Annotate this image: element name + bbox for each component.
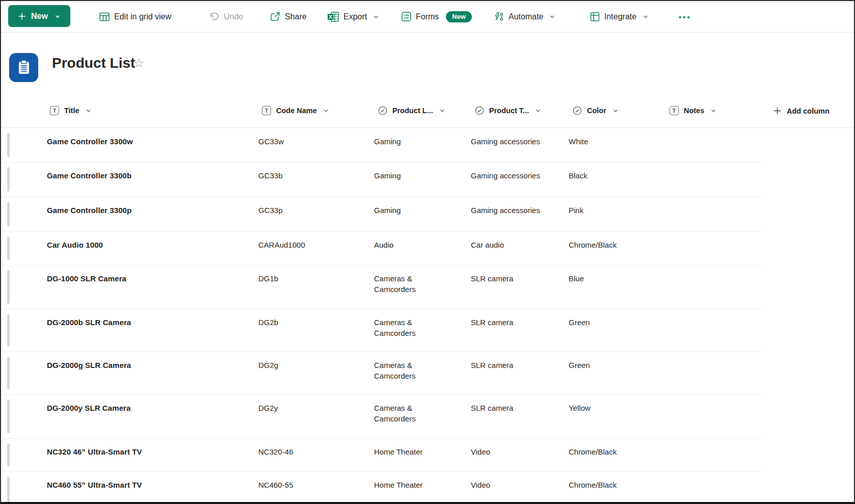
table-row[interactable]: DG-2000y SLR CameraDG2yCameras & Camcord… bbox=[1, 395, 761, 439]
row-selection-handle[interactable] bbox=[7, 133, 10, 157]
row-selection-handle[interactable] bbox=[7, 270, 10, 304]
cell-color[interactable]: White bbox=[569, 136, 665, 147]
list-icon bbox=[9, 53, 38, 82]
cell-title[interactable]: Game Controller 3300w bbox=[47, 136, 246, 147]
cell-code-name[interactable]: DG2g bbox=[258, 360, 350, 370]
cell-product-type[interactable]: SLR camera bbox=[471, 403, 565, 413]
cell-code-name[interactable]: GC33b bbox=[258, 170, 350, 181]
integrate-button[interactable]: Integrate bbox=[590, 12, 649, 21]
cell-product-line[interactable]: Home Theater bbox=[374, 446, 453, 457]
favorite-star-icon[interactable]: ☆ bbox=[133, 57, 145, 69]
cell-color[interactable]: Blue bbox=[569, 273, 665, 284]
add-column-button[interactable]: Add column bbox=[773, 94, 830, 128]
row-selection-handle[interactable] bbox=[7, 476, 10, 504]
cell-product-line[interactable]: Cameras & Camcorders bbox=[374, 360, 453, 381]
column-header-title[interactable]: TTitle bbox=[50, 106, 92, 115]
cell-code-name[interactable]: NC460-55 bbox=[258, 480, 350, 490]
cell-title[interactable]: Game Controller 3300p bbox=[47, 205, 246, 216]
table-row[interactable]: NC320 46” Ultra-Smart TVNC320-46Home The… bbox=[1, 439, 761, 472]
cell-code-name[interactable]: NC320-46 bbox=[258, 446, 350, 457]
cell-color[interactable]: Chrome/Black bbox=[569, 446, 665, 457]
cell-color[interactable]: Chrome/Black bbox=[569, 240, 665, 250]
plus-icon bbox=[18, 12, 26, 20]
cell-code-name[interactable]: CARAud1000 bbox=[258, 240, 350, 250]
forms-label: Forms bbox=[416, 12, 439, 21]
table-row[interactable]: Game Controller 3300pGC33pGamingGaming a… bbox=[1, 197, 761, 232]
table-row[interactable]: NC460 55” Ultra-Smart TVNC460-55Home The… bbox=[1, 472, 761, 504]
cell-product-line[interactable]: Home Theater bbox=[374, 480, 453, 490]
cell-product-type[interactable]: Gaming accessories bbox=[471, 205, 565, 216]
edit-in-grid-view-label: Edit in grid view bbox=[114, 12, 171, 21]
text-column-icon: T bbox=[670, 106, 679, 115]
cell-product-line[interactable]: Audio bbox=[374, 240, 453, 250]
new-button[interactable]: New bbox=[8, 5, 70, 27]
cell-title[interactable]: Car Audio 1000 bbox=[47, 240, 246, 250]
row-selection-handle[interactable] bbox=[7, 400, 10, 433]
column-header-product-type[interactable]: Product T... bbox=[475, 106, 541, 115]
undo-icon bbox=[209, 12, 219, 21]
cell-product-type[interactable]: SLR camera bbox=[471, 360, 565, 370]
export-button[interactable]: Export bbox=[328, 12, 379, 22]
chevron-down-icon bbox=[612, 108, 619, 114]
cell-title[interactable]: DG-2000y SLR Camera bbox=[47, 403, 246, 413]
more-commands-button[interactable]: ••• bbox=[679, 12, 691, 21]
cell-color[interactable]: Chrome/Black bbox=[569, 480, 665, 490]
cell-product-type[interactable]: SLR camera bbox=[471, 273, 565, 284]
table-row[interactable]: DG-2000b SLR CameraDG2bCameras & Camcord… bbox=[1, 309, 761, 352]
cell-code-name[interactable]: GC33p bbox=[258, 205, 350, 216]
export-label: Export bbox=[343, 12, 367, 21]
column-header-notes[interactable]: TNotes bbox=[670, 106, 716, 115]
cell-title[interactable]: DG-2000g SLR Camera bbox=[47, 360, 246, 370]
undo-button[interactable]: Undo bbox=[209, 12, 243, 21]
cell-color[interactable]: Green bbox=[569, 317, 665, 328]
cell-product-line[interactable]: Gaming bbox=[374, 136, 453, 147]
cell-code-name[interactable]: DG2y bbox=[258, 403, 350, 413]
table-row[interactable]: Car Audio 1000CARAud1000AudioCar audioCh… bbox=[1, 232, 761, 266]
forms-new-badge: New bbox=[446, 11, 472, 22]
table-row[interactable]: Game Controller 3300bGC33bGamingGaming a… bbox=[1, 163, 761, 197]
cell-product-type[interactable]: SLR camera bbox=[471, 317, 565, 328]
command-bar: New Edit in grid view Undo Share bbox=[1, 1, 854, 33]
cell-product-type[interactable]: Video bbox=[471, 480, 565, 490]
cell-title[interactable]: NC460 55” Ultra-Smart TV bbox=[47, 480, 246, 490]
row-selection-handle[interactable] bbox=[7, 167, 10, 192]
column-header-color[interactable]: Color bbox=[573, 106, 619, 115]
cell-color[interactable]: Green bbox=[569, 360, 665, 370]
table-row[interactable]: DG-2000g SLR CameraDG2gCameras & Camcord… bbox=[1, 352, 761, 395]
row-selection-handle[interactable] bbox=[7, 236, 10, 260]
cell-code-name[interactable]: DG2b bbox=[258, 317, 350, 328]
cell-product-type[interactable]: Car audio bbox=[471, 240, 565, 250]
share-button[interactable]: Share bbox=[270, 12, 307, 21]
edit-in-grid-view-button[interactable]: Edit in grid view bbox=[99, 12, 171, 21]
table-row[interactable]: DG-1000 SLR CameraDG1bCameras & Camcorde… bbox=[1, 266, 761, 309]
row-selection-handle[interactable] bbox=[7, 314, 10, 347]
cell-title[interactable]: Game Controller 3300b bbox=[47, 170, 246, 181]
column-header-code-name[interactable]: TCode Name bbox=[262, 106, 329, 115]
cell-color[interactable]: Black bbox=[569, 170, 665, 181]
cell-title[interactable]: DG-2000b SLR Camera bbox=[47, 317, 246, 328]
cell-product-line[interactable]: Gaming bbox=[374, 205, 453, 216]
cell-product-type[interactable]: Video bbox=[471, 446, 565, 457]
cell-product-line[interactable]: Cameras & Camcorders bbox=[374, 403, 453, 424]
cell-product-type[interactable]: Gaming accessories bbox=[471, 136, 565, 147]
cell-product-line[interactable]: Cameras & Camcorders bbox=[374, 273, 453, 295]
cell-code-name[interactable]: DG1b bbox=[258, 273, 350, 284]
cell-color[interactable]: Yellow bbox=[569, 403, 665, 413]
cell-title[interactable]: DG-1000 SLR Camera bbox=[47, 273, 246, 284]
row-selection-handle[interactable] bbox=[7, 443, 10, 466]
row-selection-handle[interactable] bbox=[7, 357, 10, 389]
integrate-icon bbox=[590, 12, 600, 21]
automate-button[interactable]: Automate bbox=[493, 12, 555, 21]
cell-title[interactable]: NC320 46” Ultra-Smart TV bbox=[47, 446, 246, 457]
cell-color[interactable]: Pink bbox=[569, 205, 665, 216]
cell-product-type[interactable]: Gaming accessories bbox=[471, 170, 565, 181]
cell-product-line[interactable]: Gaming bbox=[374, 170, 453, 181]
table-row[interactable]: Game Controller 3300wGC33wGamingGaming a… bbox=[1, 128, 761, 163]
cell-product-line[interactable]: Cameras & Camcorders bbox=[374, 317, 453, 338]
column-header-product-line[interactable]: Product L... bbox=[378, 106, 445, 115]
column-header-label: Title bbox=[64, 107, 79, 115]
chevron-down-icon bbox=[323, 108, 329, 114]
cell-code-name[interactable]: GC33w bbox=[258, 136, 350, 147]
forms-button[interactable]: Forms New bbox=[402, 11, 472, 22]
row-selection-handle[interactable] bbox=[7, 202, 10, 226]
